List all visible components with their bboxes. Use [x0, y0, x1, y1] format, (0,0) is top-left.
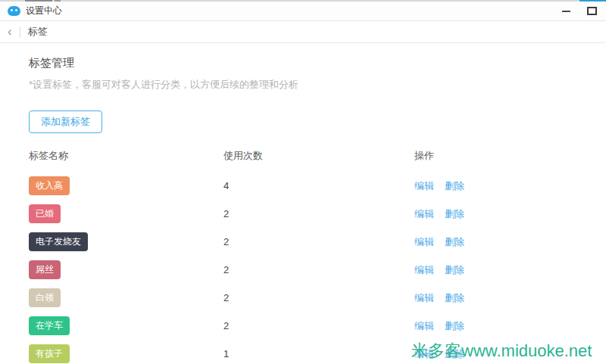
table-row: 屌丝 2 编辑 删除 — [29, 256, 606, 284]
delete-link[interactable]: 删除 — [445, 319, 464, 333]
row-operations: 编辑 删除 — [414, 207, 606, 221]
row-operations: 编辑 删除 — [414, 179, 606, 193]
maximize-icon — [587, 7, 597, 15]
usage-count: 1 — [223, 348, 414, 359]
add-tag-button[interactable]: 添加新标签 — [29, 110, 102, 133]
tag-badge: 收入高 — [29, 176, 70, 195]
page-title: 标签管理 — [29, 56, 606, 70]
delete-link[interactable]: 删除 — [445, 263, 464, 277]
tag-table: 标签名称 使用次数 操作 收入高 4 编辑 删除 已婚 2 编辑 删除 电子发烧… — [29, 149, 606, 364]
table-row: 电子发烧友 2 编辑 删除 — [29, 228, 606, 256]
tag-badge: 在学车 — [29, 316, 70, 335]
divider — [20, 26, 20, 38]
window-controls — [559, 5, 598, 17]
usage-count: 2 — [223, 292, 414, 303]
edit-link[interactable]: 编辑 — [414, 207, 434, 221]
row-operations: 编辑 删除 — [414, 263, 606, 277]
usage-count: 4 — [223, 180, 414, 191]
titlebar: 设置中心 — [0, 2, 606, 21]
page-description: *设置标签，客服可对客人进行分类，以方便后续的整理和分析 — [29, 78, 606, 92]
usage-count: 2 — [223, 208, 414, 219]
table-row: 在学车 2 编辑 删除 — [29, 312, 606, 340]
delete-link[interactable]: 删除 — [445, 207, 464, 221]
edit-link[interactable]: 编辑 — [414, 263, 434, 277]
tag-badge: 屌丝 — [29, 260, 61, 279]
edit-link[interactable]: 编辑 — [414, 291, 434, 305]
tag-badge: 有孩子 — [29, 344, 70, 363]
app-window: 设置中心 ‹ 标签 标签管理 *设置标签，客服可对客人进行分类，以方便后续的整理… — [0, 0, 606, 364]
page-breadcrumb-title: 标签 — [28, 25, 48, 39]
row-operations: 编辑 删除 — [414, 291, 606, 305]
maximize-button[interactable] — [585, 5, 598, 17]
minimize-button[interactable] — [559, 5, 573, 17]
table-row: 已婚 2 编辑 删除 — [29, 200, 606, 228]
breadcrumb-bar: ‹ 标签 — [0, 21, 606, 43]
minimize-icon — [562, 11, 570, 12]
edit-link[interactable]: 编辑 — [414, 319, 434, 333]
table-header-row: 标签名称 使用次数 操作 — [29, 149, 606, 172]
main-content: 标签管理 *设置标签，客服可对客人进行分类，以方便后续的整理和分析 添加新标签 … — [0, 43, 606, 364]
app-logo-icon — [8, 6, 20, 16]
edit-link[interactable]: 编辑 — [414, 179, 434, 193]
column-header-operations: 操作 — [414, 149, 606, 163]
delete-link[interactable]: 删除 — [445, 291, 464, 305]
table-row: 白领 2 编辑 删除 — [29, 284, 606, 312]
tag-badge: 电子发烧友 — [29, 232, 88, 251]
chevron-left-icon: ‹ — [8, 24, 12, 39]
delete-link[interactable]: 删除 — [445, 347, 464, 361]
edit-link[interactable]: 编辑 — [414, 347, 434, 361]
usage-count: 2 — [223, 264, 414, 275]
row-operations: 编辑 删除 — [414, 347, 606, 361]
tag-badge: 白领 — [29, 288, 61, 307]
tag-badge: 已婚 — [29, 204, 61, 223]
window-title: 设置中心 — [26, 5, 62, 17]
edit-link[interactable]: 编辑 — [414, 235, 434, 249]
row-operations: 编辑 删除 — [414, 319, 606, 333]
back-button[interactable]: ‹ — [8, 25, 15, 39]
delete-link[interactable]: 删除 — [445, 235, 464, 249]
table-row: 收入高 4 编辑 删除 — [29, 172, 606, 200]
column-header-usage-count: 使用次数 — [223, 149, 414, 163]
usage-count: 2 — [223, 236, 414, 247]
row-operations: 编辑 删除 — [414, 235, 606, 249]
delete-link[interactable]: 删除 — [445, 179, 464, 193]
usage-count: 2 — [223, 320, 414, 331]
table-row: 有孩子 1 编辑 删除 — [29, 340, 606, 364]
column-header-tag-name: 标签名称 — [29, 149, 223, 163]
tag-table-body: 收入高 4 编辑 删除 已婚 2 编辑 删除 电子发烧友 2 编辑 删除 屌丝 … — [29, 172, 606, 364]
